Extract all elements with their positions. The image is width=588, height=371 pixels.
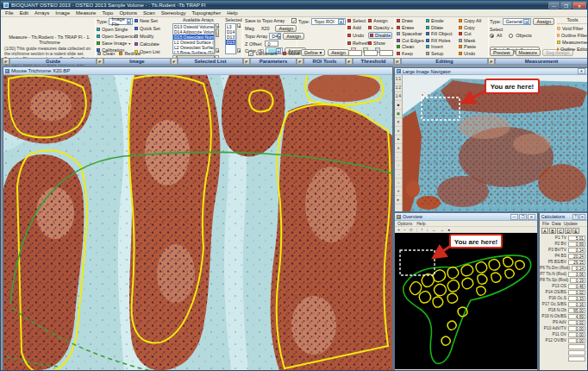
- roi-assign-button[interactable]: Assign: [328, 49, 349, 56]
- menu-edit[interactable]: Edit: [20, 10, 28, 16]
- clean-edit-button[interactable]: Clean: [397, 44, 426, 49]
- threshold-show-button[interactable]: Show: [368, 41, 392, 46]
- tab-a[interactable]: A: [541, 228, 548, 234]
- overview-close-icon[interactable]: ✕: [528, 214, 535, 220]
- menu-options[interactable]: Options: [119, 10, 137, 16]
- erase-button[interactable]: Erase: [397, 25, 426, 30]
- overview-down-icon[interactable]: ↓: [427, 227, 429, 232]
- calculations-close-icon[interactable]: ✕: [579, 214, 585, 220]
- threshold-disable-button[interactable]: Disable: [368, 32, 392, 39]
- outline-editor-button[interactable]: Outline Editor: [557, 47, 588, 52]
- clean-button[interactable]: Clean: [97, 51, 115, 56]
- fill-holes-button[interactable]: Fill Holes: [426, 38, 459, 43]
- measure-assign-button[interactable]: Assign: [533, 18, 554, 25]
- cut-button[interactable]: Cut: [459, 31, 486, 36]
- available-arrays-scrollbar[interactable]: ▲ ▼: [215, 23, 219, 54]
- fill-object-button[interactable]: Fill Object: [426, 31, 459, 36]
- quick-set-button[interactable]: Quick Set: [134, 26, 172, 31]
- section-guide[interactable]: ◤Guide: [3, 58, 97, 65]
- copy-button[interactable]: Copy: [459, 25, 486, 30]
- save-to-topo-checkbox[interactable]: ✓: [291, 18, 297, 23]
- nav-region-view-icon[interactable]: ▣: [395, 110, 402, 118]
- menu-image[interactable]: Image: [55, 10, 70, 16]
- section-image[interactable]: ◤Image: [97, 58, 171, 65]
- section-measurement[interactable]: ◤Measurement: [488, 58, 588, 65]
- nav-fast-left-icon[interactable]: «: [395, 127, 402, 135]
- threshold-select-button[interactable]: Select: [347, 18, 368, 23]
- threshold-undo-button[interactable]: Undo: [347, 32, 368, 39]
- threshold-field-1[interactable]: [348, 50, 362, 56]
- radio-objects[interactable]: [509, 34, 513, 38]
- nav-refresh-icon[interactable]: ✦: [395, 135, 402, 144]
- nav-pan-up-icon[interactable]: ↑: [395, 161, 402, 170]
- threshold-add-button[interactable]: Add: [347, 25, 368, 30]
- scroll-down-icon[interactable]: ▼: [216, 48, 219, 53]
- move-button[interactable]: Move: [283, 51, 299, 56]
- menu-file[interactable]: File: [5, 10, 14, 16]
- nav-pan-left-icon[interactable]: ←: [395, 153, 402, 161]
- radio-all[interactable]: [490, 34, 494, 38]
- close-button[interactable]: ✕: [572, 2, 586, 9]
- cut-edges-button[interactable]: Cut Edges: [397, 38, 426, 43]
- overview-menu-options[interactable]: Options: [397, 221, 412, 226]
- mag-assign-button[interactable]: Assign: [275, 25, 297, 32]
- draw-button[interactable]: Draw: [397, 18, 426, 23]
- erode-button[interactable]: Erode: [426, 18, 459, 23]
- navigator-titlebar[interactable]: Large Image Navigator ✕: [395, 68, 587, 75]
- threshold-opacity-button[interactable]: Opacity▾: [368, 25, 392, 30]
- open-list-button[interactable]: Open List: [134, 49, 172, 54]
- overview-titlebar[interactable]: Overview — ❐ ✕: [395, 213, 537, 221]
- menu-measure[interactable]: Measure: [76, 10, 96, 16]
- image-type-select[interactable]: Image File▾: [109, 18, 133, 25]
- threshold-assign-button[interactable]: Assign: [368, 18, 392, 23]
- overview-center-icon[interactable]: ◇: [410, 227, 413, 232]
- overview-canvas[interactable]: You are here!: [395, 233, 537, 369]
- open-sequence-button[interactable]: Open Sequence: [97, 34, 133, 39]
- overview-menu-help[interactable]: Help: [416, 221, 425, 226]
- overview-zoom-in-icon[interactable]: +: [397, 227, 400, 232]
- nav-zoom-1-1-icon[interactable]: 1:1: [395, 75, 402, 84]
- selected-item-selected[interactable]: D15: [226, 40, 235, 45]
- menu-help[interactable]: Help: [227, 10, 237, 16]
- setup-button[interactable]: Setup: [426, 51, 459, 56]
- tab-d[interactable]: D: [565, 228, 572, 234]
- open-single-button[interactable]: Open Single: [97, 27, 133, 32]
- nav-layers-icon[interactable]: ≡: [395, 118, 402, 127]
- define-button[interactable]: Define ▾: [301, 49, 325, 56]
- measure-type-select[interactable]: General▾: [503, 18, 531, 25]
- section-editing[interactable]: ◤Editing: [394, 58, 488, 65]
- dilate-button[interactable]: Dilate: [426, 25, 459, 30]
- nav-full-view-icon[interactable]: ■: [395, 101, 402, 110]
- void-filter-button[interactable]: Void Filter: [557, 26, 588, 31]
- navigator-image[interactable]: You are here!: [403, 75, 587, 211]
- scroll-down-icon[interactable]: ▼: [237, 48, 241, 53]
- menu-scan[interactable]: Scan: [143, 10, 155, 16]
- tab-e[interactable]: E: [572, 228, 579, 234]
- calculations-titlebar[interactable]: Calculations ? ✕: [540, 213, 587, 221]
- tab-b[interactable]: B: [549, 228, 556, 234]
- section-threshold[interactable]: ◤Threshold: [346, 58, 394, 65]
- array-item[interactable]: L3 Bone Surface (S): [173, 50, 214, 54]
- maximize-button[interactable]: ❐: [560, 2, 572, 9]
- mask-button[interactable]: Mask: [459, 38, 486, 43]
- nav-zoom-1-4-icon[interactable]: 1:4: [395, 92, 402, 101]
- minimize-button[interactable]: —: [548, 2, 560, 9]
- menu-topographer[interactable]: Topographer: [191, 10, 221, 16]
- threshold-field-3[interactable]: [379, 50, 393, 56]
- outline-filter-button[interactable]: Outline Filter: [557, 33, 588, 38]
- selected-items-list[interactable]: L3 D14 D13 D15: [225, 23, 236, 54]
- calc-menu-update[interactable]: Update: [564, 221, 578, 226]
- keep-button[interactable]: Keep: [397, 51, 426, 56]
- calc-menu-data[interactable]: Data: [552, 221, 561, 226]
- overview-point-icon[interactable]: ●: [447, 227, 450, 232]
- measure-button[interactable]: Measure: [516, 49, 541, 56]
- navigator-close-icon[interactable]: ✕: [578, 68, 585, 74]
- tab-c[interactable]: C: [557, 228, 564, 234]
- overview-minimize-icon[interactable]: —: [510, 214, 518, 220]
- section-roi-tools[interactable]: ◤ROI Tools: [297, 58, 346, 65]
- available-arrays-list[interactable]: D13 Osteoid Volume (D) D14 Adipocyte Vol…: [172, 23, 215, 54]
- paste-button[interactable]: Paste: [459, 44, 486, 49]
- section-selected-list[interactable]: ◤Selected List: [171, 58, 243, 65]
- measurement-tool-button[interactable]: Measurement: [557, 40, 588, 45]
- overview-left-icon[interactable]: ←: [432, 227, 436, 232]
